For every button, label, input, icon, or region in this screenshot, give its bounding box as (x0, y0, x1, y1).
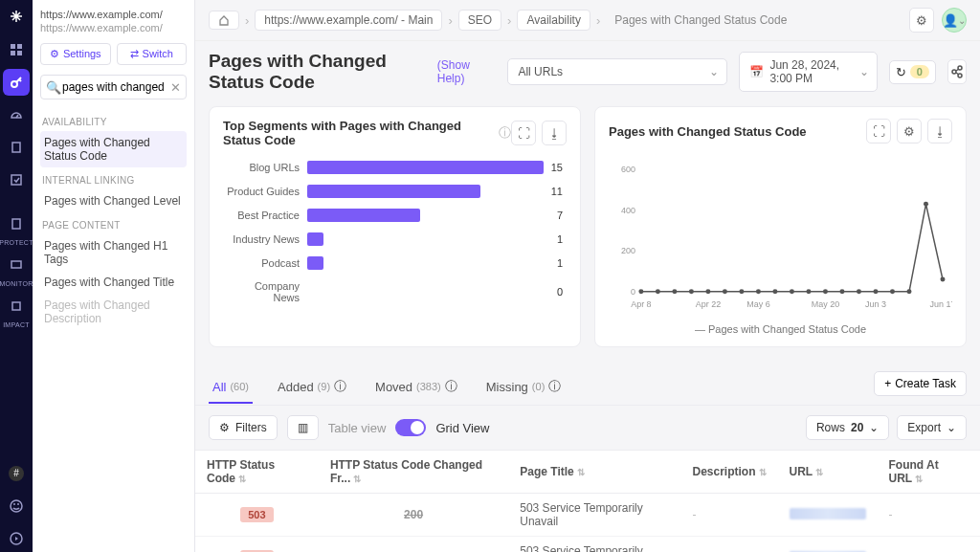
show-help-link[interactable]: (Show Help) (437, 58, 485, 85)
chevron-right-icon: › (596, 13, 600, 28)
url-selector[interactable]: All URLs (507, 58, 727, 85)
svg-text:Jun 3: Jun 3 (865, 299, 886, 309)
rail-icon-hash[interactable]: # (3, 460, 30, 487)
result-tabs: All (60) Added (9) ⓘ Moved (383) ⓘ Missi… (195, 361, 980, 406)
tab-moved[interactable]: Moved (383) ⓘ (371, 370, 461, 405)
bar-row: Blog URLs 15 (227, 161, 563, 174)
settings-gear-button[interactable]: ⚙ (909, 8, 934, 33)
search-icon: 🔍 (46, 80, 61, 95)
svg-text:200: 200 (621, 246, 635, 255)
svg-text:#: # (13, 468, 19, 478)
bar-value: 1 (557, 233, 563, 245)
clear-search-icon[interactable]: ✕ (170, 80, 181, 95)
tab-added[interactable]: Added (9) ⓘ (274, 370, 350, 405)
rail-icon-protect[interactable] (3, 210, 30, 237)
rail-icon-monitor[interactable] (3, 252, 30, 278)
col-found-at[interactable]: Found At URL⇅ (878, 451, 980, 494)
svg-rect-0 (11, 44, 15, 49)
svg-text:0: 0 (631, 287, 635, 297)
rail-icon-key[interactable] (3, 69, 30, 96)
status-code-from: 200 (404, 508, 423, 521)
nav-status-code[interactable]: Pages with Changed Status Code (40, 131, 187, 167)
bar-row: Industry News 1 (227, 232, 563, 246)
nav-description[interactable]: Pages with Changed Description (40, 294, 187, 330)
site-info: https://www.example.com/ https://www.exa… (40, 8, 187, 35)
segments-title: Top Segments with Pages with Changed Sta… (223, 119, 493, 147)
rail-label-impact: IMPACT (3, 321, 30, 328)
bar-row: Podcast 1 (227, 256, 563, 270)
col-url[interactable]: URL⇅ (778, 451, 878, 494)
svg-text:Apr 8: Apr 8 (631, 299, 651, 309)
breadcrumb-project[interactable]: https://www.example.com/ - Main (255, 10, 442, 31)
svg-text:Jun 17: Jun 17 (930, 299, 952, 309)
rail-icon-dashboard[interactable] (3, 101, 30, 128)
bar-row: Best Practice 7 (227, 209, 563, 222)
table-row[interactable]: 503 502 503 Service Temporarily Unavail … (195, 537, 980, 553)
title-bar: Pages with Changed Status Code (Show Hel… (195, 41, 980, 106)
bar-value: 11 (551, 186, 563, 197)
breadcrumb-seo[interactable]: SEO (458, 10, 501, 31)
settings-button[interactable]: ⚙Settings (40, 43, 111, 65)
chevron-right-icon: › (448, 13, 452, 28)
download-button[interactable]: ⭳ (542, 121, 567, 145)
trend-line-chart: 0200400600Apr 8Apr 22May 6May 20Jun 3Jun… (609, 157, 952, 320)
columns-button[interactable]: ▥ (287, 415, 319, 440)
svg-rect-5 (12, 143, 20, 152)
cell-page-title: 503 Service Temporarily Unavail (508, 537, 680, 553)
refresh-button[interactable]: ↻0 (889, 60, 936, 84)
nav-title[interactable]: Pages with Changed Title (40, 271, 187, 294)
table-row[interactable]: 503 200 503 Service Temporarily Unavail … (195, 494, 980, 537)
card-settings-button[interactable]: ⚙ (897, 119, 922, 144)
chevron-right-icon: › (245, 13, 249, 28)
bar-track (307, 209, 549, 222)
svg-rect-7 (12, 219, 20, 229)
share-button[interactable] (947, 59, 967, 84)
nav-changed-level[interactable]: Pages with Changed Level (40, 189, 187, 212)
home-icon (218, 14, 230, 26)
expand-button[interactable]: ⛶ (511, 121, 536, 145)
svg-rect-1 (17, 44, 22, 49)
breadcrumb-availability[interactable]: Availability (517, 10, 590, 31)
svg-point-16 (952, 70, 956, 74)
view-toggle[interactable] (395, 419, 426, 436)
search-input[interactable] (40, 75, 187, 99)
table-view-label: Table view (328, 421, 387, 435)
col-page-title[interactable]: Page Title⇅ (508, 451, 680, 494)
info-icon: ⓘ (445, 378, 457, 395)
download-button[interactable]: ⭳ (927, 119, 952, 144)
tab-missing[interactable]: Missing (0) ⓘ (482, 370, 566, 405)
switch-button[interactable]: ⇄Switch (117, 43, 188, 65)
rail-icon-check[interactable] (3, 166, 30, 193)
rail-icon-impact[interactable] (3, 293, 30, 320)
bar-value: 7 (557, 210, 563, 221)
rail-icon-smile[interactable] (3, 493, 30, 519)
rows-selector[interactable]: Rows 20 ⌄ (806, 415, 889, 440)
info-icon[interactable]: ⓘ (499, 124, 511, 142)
col-description[interactable]: Description⇅ (681, 451, 778, 494)
bar-row: Company News 0 (227, 280, 563, 303)
rail-icon-clipboard[interactable] (3, 134, 30, 161)
rail-icon-grid[interactable] (3, 36, 30, 63)
create-task-button[interactable]: +Create Task (874, 371, 967, 396)
bar-track (307, 285, 549, 298)
user-avatar[interactable]: 👤 ⌄ (942, 8, 967, 33)
svg-rect-8 (11, 261, 21, 268)
col-changed-from[interactable]: HTTP Status Code Changed Fr...⇅ (319, 451, 508, 494)
export-button[interactable]: Export ⌄ (897, 415, 967, 440)
refresh-badge: 0 (910, 65, 929, 78)
chart-legend: — Pages with Changed Status Code (609, 323, 952, 335)
page-title: Pages with Changed Status Code (209, 51, 426, 93)
chevron-down-icon: ⌄ (869, 421, 879, 434)
filters-button[interactable]: ⚙Filters (209, 415, 278, 440)
rail-icon-play[interactable] (3, 525, 30, 552)
breadcrumb-home[interactable] (209, 11, 239, 30)
share-icon (950, 65, 964, 78)
bar-label: Product Guides (227, 186, 300, 197)
info-icon: ⓘ (334, 378, 346, 395)
switch-icon: ⇄ (130, 48, 139, 60)
date-selector[interactable]: 📅Jun 28, 2024, 3:00 PM (739, 52, 877, 92)
tab-all[interactable]: All (60) (209, 372, 253, 404)
expand-button[interactable]: ⛶ (866, 119, 891, 144)
col-status-code[interactable]: HTTP Status Code⇅ (195, 451, 319, 494)
nav-h1-tags[interactable]: Pages with Changed H1 Tags (40, 234, 187, 271)
